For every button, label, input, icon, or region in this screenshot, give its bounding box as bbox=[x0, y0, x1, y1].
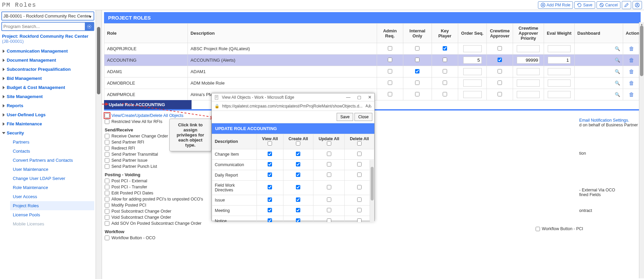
row-input[interactable] bbox=[548, 91, 571, 98]
popup-col-all-checkbox[interactable] bbox=[327, 141, 331, 146]
nav-item-user-defined-logs[interactable]: User-Defined Logs bbox=[1, 110, 94, 119]
priv-checkbox[interactable] bbox=[296, 197, 300, 202]
row-checkbox[interactable] bbox=[415, 81, 419, 85]
row-input[interactable] bbox=[548, 80, 571, 87]
priv-checkbox[interactable] bbox=[268, 197, 272, 202]
priv-checkbox[interactable] bbox=[357, 173, 362, 177]
nav-item-file-maintenance[interactable]: File Maintenance bbox=[1, 119, 94, 128]
close-icon[interactable]: ✕ bbox=[368, 95, 372, 100]
priv-checkbox[interactable] bbox=[327, 152, 331, 156]
subnav-mobile-licenses[interactable]: Mobile Licenses bbox=[10, 219, 94, 228]
row-checkbox[interactable] bbox=[443, 81, 447, 85]
popup-save-button[interactable]: Save bbox=[337, 113, 353, 121]
priv-checkbox[interactable] bbox=[327, 208, 331, 212]
row-checkbox[interactable] bbox=[443, 58, 447, 62]
search-icon[interactable]: 🔍 bbox=[615, 69, 620, 74]
delete-row-button[interactable]: 🗑 bbox=[629, 46, 634, 52]
program-search-input[interactable] bbox=[1, 22, 85, 31]
priv-checkbox[interactable] bbox=[268, 162, 272, 166]
row-checkbox[interactable] bbox=[388, 69, 392, 73]
row-input[interactable] bbox=[463, 91, 482, 98]
perm-checkbox[interactable] bbox=[105, 203, 109, 208]
sidebar-scrollbar[interactable] bbox=[96, 10, 102, 279]
row-checkbox[interactable] bbox=[415, 92, 419, 96]
priv-checkbox[interactable] bbox=[296, 152, 300, 156]
nav-item-site-management[interactable]: Site Management bbox=[1, 92, 94, 101]
priv-checkbox[interactable] bbox=[327, 218, 331, 222]
nav-item-budget-cost-management[interactable]: Budget & Cost Management bbox=[1, 83, 94, 92]
subnav-license-pools[interactable]: License Pools bbox=[10, 210, 94, 219]
scrollbar-thumb[interactable] bbox=[97, 27, 100, 94]
project-selector[interactable]: JB-00001 - Rockford Community Rec Center… bbox=[1, 11, 94, 21]
row-input[interactable] bbox=[517, 57, 540, 64]
search-icon[interactable]: 🔍 bbox=[615, 81, 620, 86]
row-checkbox[interactable] bbox=[498, 58, 502, 62]
priv-checkbox[interactable] bbox=[357, 185, 362, 189]
nav-item-reports[interactable]: Reports bbox=[1, 101, 94, 110]
row-input[interactable] bbox=[463, 68, 482, 75]
search-settings-button[interactable] bbox=[85, 22, 94, 31]
delete-row-button[interactable]: 🗑 bbox=[629, 92, 634, 97]
perm-checkbox[interactable] bbox=[105, 221, 109, 226]
row-checkbox[interactable] bbox=[443, 92, 447, 96]
read-aloud-icon[interactable]: Aあ bbox=[366, 103, 372, 108]
row-checkbox[interactable] bbox=[498, 92, 502, 96]
priv-checkbox[interactable] bbox=[357, 208, 362, 212]
priv-checkbox[interactable] bbox=[327, 197, 331, 202]
row-input[interactable] bbox=[517, 68, 540, 75]
row-input[interactable] bbox=[517, 80, 540, 87]
priv-checkbox[interactable] bbox=[296, 173, 300, 177]
subnav-change-user-ldap-server[interactable]: Change User LDAP Server bbox=[10, 174, 94, 183]
row-checkbox[interactable] bbox=[388, 46, 392, 51]
perm-checkbox[interactable] bbox=[105, 158, 109, 163]
scrollbar-thumb[interactable] bbox=[640, 26, 643, 76]
priv-checkbox[interactable] bbox=[296, 208, 300, 212]
perm-checkbox[interactable] bbox=[105, 140, 109, 145]
priv-checkbox[interactable] bbox=[268, 185, 272, 189]
main-scrollbar[interactable]: ▴ bbox=[639, 22, 644, 278]
priv-checkbox[interactable] bbox=[357, 218, 362, 222]
row-input[interactable] bbox=[548, 68, 571, 75]
add-pm-role-button[interactable]: Add PM Role bbox=[538, 1, 573, 9]
row-input[interactable] bbox=[517, 45, 540, 52]
edit-button[interactable] bbox=[622, 1, 631, 9]
nav-item-subcontractor-prequalification[interactable]: Subcontractor Prequalification bbox=[1, 65, 94, 74]
table-row[interactable]: ADMOBROLEADM Mobile Role🔍🗑 bbox=[104, 78, 641, 89]
perm-checkbox[interactable] bbox=[105, 185, 109, 189]
row-input[interactable] bbox=[463, 45, 482, 52]
subnav-user-access[interactable]: User Access bbox=[10, 192, 94, 201]
priv-checkbox[interactable] bbox=[268, 173, 272, 177]
save-button[interactable]: Save bbox=[574, 1, 595, 9]
priv-checkbox[interactable] bbox=[357, 197, 362, 202]
subnav-convert-partners-and-contacts[interactable]: Convert Partners and Contacts bbox=[10, 156, 94, 165]
restricted-view-rfi-checkbox[interactable] bbox=[105, 119, 109, 124]
subnav-contacts[interactable]: Contacts bbox=[10, 147, 94, 156]
scrollbar-thumb[interactable] bbox=[371, 167, 374, 200]
subnav-user-maintenance[interactable]: User Maintenance bbox=[10, 165, 94, 174]
perm-checkbox[interactable] bbox=[105, 215, 109, 220]
row-input[interactable] bbox=[463, 57, 482, 64]
maximize-icon[interactable]: ▢ bbox=[357, 95, 361, 100]
priv-checkbox[interactable] bbox=[296, 185, 300, 189]
email-notification-link[interactable]: Email Notification Settings. bbox=[579, 118, 630, 123]
table-row[interactable]: ABQPRJROLEABSC Project Role (QALatest)🔍🗑 bbox=[104, 43, 641, 55]
delete-row-button[interactable]: 🗑 bbox=[629, 80, 634, 86]
subnav-project-roles[interactable]: Project Roles bbox=[10, 201, 94, 210]
row-checkbox[interactable] bbox=[388, 92, 392, 96]
row-checkbox[interactable] bbox=[443, 69, 447, 73]
delete-row-button[interactable]: 🗑 bbox=[629, 57, 634, 63]
row-checkbox[interactable] bbox=[415, 69, 419, 73]
nav-item-bid-management[interactable]: Bid Management bbox=[1, 74, 94, 83]
perm-checkbox[interactable] bbox=[105, 197, 109, 202]
nav-item-document-management[interactable]: Document Management bbox=[1, 56, 94, 65]
priv-checkbox[interactable] bbox=[327, 162, 331, 166]
row-input[interactable] bbox=[548, 45, 571, 52]
minimize-icon[interactable]: — bbox=[346, 95, 350, 100]
popup-col-all-checkbox[interactable] bbox=[268, 141, 272, 146]
table-row[interactable]: ACCOUNTINGACCOUNTING (Alerts)🔍🗑 bbox=[104, 55, 641, 66]
perm-checkbox[interactable] bbox=[105, 134, 109, 138]
popup-close-button[interactable]: Close bbox=[354, 113, 372, 121]
popup-col-all-checkbox[interactable] bbox=[357, 141, 362, 146]
cancel-button[interactable]: Cancel bbox=[597, 1, 620, 9]
row-checkbox[interactable] bbox=[498, 46, 502, 51]
